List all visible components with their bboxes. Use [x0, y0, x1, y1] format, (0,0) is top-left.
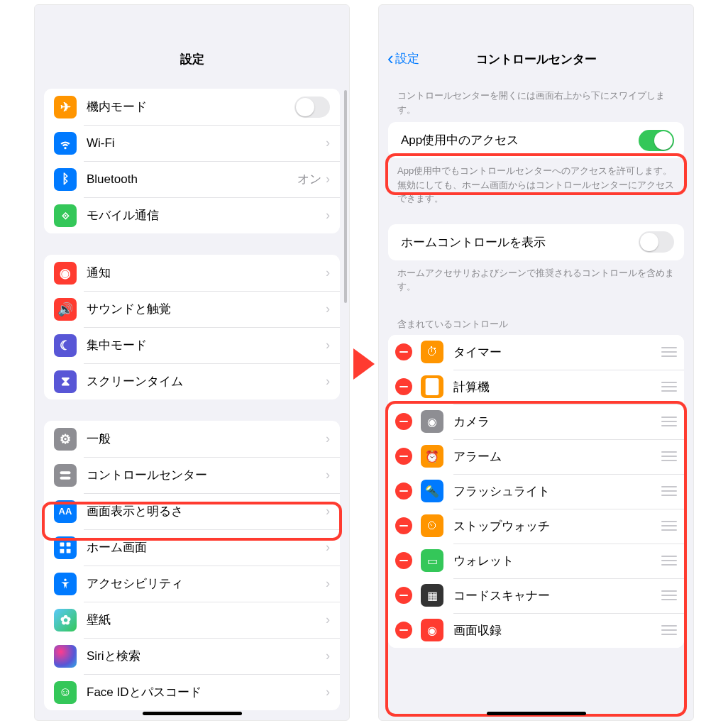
home-indicator[interactable] [487, 712, 586, 715]
ctrl-alarm[interactable]: ⏰ アラーム [388, 439, 684, 474]
ctrl-label: コードスキャナー [453, 588, 661, 604]
row-homecontrol[interactable]: ホームコントロールを表示 [388, 224, 684, 260]
row-accessibility[interactable]: アクセシビリティ › [44, 566, 340, 602]
row-label: コントロールセンター [87, 467, 326, 483]
remove-button[interactable] [395, 378, 412, 395]
remove-button[interactable] [395, 517, 412, 534]
row-notifications[interactable]: ◉ 通知 › [44, 255, 340, 291]
drag-handle-icon[interactable] [661, 347, 677, 357]
settings-group-general: ⚙ 一般 › コントロールセンター › AA 画面表示と明るさ › ホーム画面 … [44, 421, 340, 710]
drag-handle-icon[interactable] [661, 556, 677, 566]
siri-icon [54, 645, 77, 668]
homecontrol-toggle[interactable] [639, 231, 674, 253]
remove-button[interactable] [395, 482, 412, 500]
row-label: 画面表示と明るさ [87, 503, 326, 519]
row-access[interactable]: App使用中のアクセス [388, 122, 684, 158]
svg-rect-5 [67, 548, 71, 553]
row-label: Wi-Fi [87, 136, 326, 150]
chevron-right-icon: › [326, 208, 330, 223]
ctrl-label: ウォレット [453, 553, 661, 569]
airplane-toggle[interactable] [294, 96, 330, 118]
ctrl-label: 計算機 [453, 379, 661, 395]
row-wallpaper[interactable]: ✿ 壁紙 › [44, 602, 340, 638]
row-general[interactable]: ⚙ 一般 › [44, 421, 340, 457]
remove-button[interactable] [395, 448, 412, 465]
speaker-icon: 🔊 [54, 298, 77, 321]
remove-button[interactable] [395, 587, 412, 604]
moon-icon: ☾ [54, 334, 77, 357]
chevron-right-icon: › [326, 338, 330, 353]
row-sound[interactable]: 🔊 サウンドと触覚 › [44, 291, 340, 327]
svg-rect-0 [60, 471, 71, 474]
ctrl-stopwatch[interactable]: ⏲ ストップウォッチ [388, 509, 684, 544]
row-airplane[interactable]: ✈ 機内モード [44, 89, 340, 125]
flower-icon: ✿ [54, 609, 77, 632]
remove-button[interactable] [395, 343, 412, 360]
row-faceid[interactable]: ☺ Face IDとパスコード › [44, 674, 340, 710]
flashlight-icon: 🔦 [421, 480, 443, 502]
row-label: アクセシビリティ [87, 575, 326, 592]
home-group: ホームコントロールを表示 [388, 224, 684, 260]
row-label: サウンドと触覚 [87, 301, 326, 317]
switches-icon [54, 464, 77, 487]
access-group: App使用中のアクセス [388, 122, 684, 158]
drag-handle-icon[interactable] [661, 417, 677, 426]
ctrl-timer[interactable]: ⏱ タイマー [388, 335, 684, 370]
row-wifi[interactable]: Wi-Fi › [44, 125, 340, 161]
aa-icon: AA [54, 500, 77, 523]
chevron-right-icon: › [326, 649, 330, 663]
row-label: ホームコントロールを表示 [401, 234, 639, 250]
page-title: コントロールセンター [379, 51, 693, 67]
chevron-right-icon: › [326, 468, 330, 482]
row-siri[interactable]: Siriと検索 › [44, 638, 340, 674]
row-bluetooth[interactable]: ᛒ Bluetooth オン › [44, 161, 340, 197]
scrollbar[interactable] [344, 90, 347, 303]
svg-rect-2 [60, 542, 65, 546]
ctrl-screenrec[interactable]: ◉ 画面収録 [388, 613, 684, 648]
drag-handle-icon[interactable] [661, 625, 677, 635]
ctrl-codescan[interactable]: ▦ コードスキャナー [388, 578, 684, 613]
ctrl-flashlight[interactable]: 🔦 フラッシュライト [388, 474, 684, 509]
chevron-right-icon: › [326, 612, 330, 627]
drag-handle-icon[interactable] [661, 451, 677, 461]
row-label: モバイル通信 [87, 207, 326, 224]
drag-handle-icon[interactable] [661, 382, 677, 392]
caption-swipe: コントロールセンターを開くには画面右上から下にスワイプします。 [379, 76, 693, 122]
ctrl-label: 画面収録 [453, 622, 661, 639]
drag-handle-icon[interactable] [661, 486, 677, 496]
row-homescreen[interactable]: ホーム画面 › [44, 529, 340, 566]
remove-button[interactable] [395, 622, 412, 639]
row-display[interactable]: AA 画面表示と明るさ › [44, 493, 340, 529]
row-label: App使用中のアクセス [401, 132, 639, 148]
access-toggle[interactable] [639, 130, 674, 151]
airplane-icon: ✈ [54, 96, 77, 118]
chevron-right-icon: › [326, 504, 330, 519]
chevron-right-icon: › [326, 431, 330, 446]
ctrl-wallet[interactable]: ▭ ウォレット [388, 544, 684, 578]
row-screentime[interactable]: ⧗ スクリーンタイム › [44, 363, 340, 399]
remove-button[interactable] [395, 413, 412, 430]
chevron-right-icon: › [326, 136, 330, 150]
ctrl-calculator[interactable]: 計算機 [388, 370, 684, 404]
ctrl-label: カメラ [453, 414, 661, 430]
row-label: 壁紙 [87, 612, 326, 628]
chevron-right-icon: › [326, 685, 330, 700]
row-controlcenter[interactable]: コントロールセンター › [44, 457, 340, 493]
row-focus[interactable]: ☾ 集中モード › [44, 327, 340, 363]
drag-handle-icon[interactable] [661, 521, 677, 531]
row-label: 通知 [87, 265, 326, 281]
bell-icon: ◉ [54, 262, 77, 285]
stopwatch-icon: ⏲ [421, 514, 443, 537]
faceid-icon: ☺ [54, 681, 77, 704]
remove-button[interactable] [395, 552, 412, 569]
row-label: Siriと検索 [87, 648, 326, 664]
chevron-right-icon: › [326, 302, 330, 316]
row-cellular[interactable]: ⟐ モバイル通信 › [44, 197, 340, 233]
row-label: 集中モード [87, 337, 326, 353]
chevron-right-icon: › [326, 265, 330, 280]
chevron-right-icon: › [326, 576, 330, 591]
drag-handle-icon[interactable] [661, 590, 677, 600]
caption-access: App使用中でもコントロールセンターへのアクセスを許可します。無効にしても、ホー… [379, 158, 693, 211]
ctrl-camera[interactable]: ◉ カメラ [388, 404, 684, 439]
home-indicator[interactable] [143, 712, 242, 715]
